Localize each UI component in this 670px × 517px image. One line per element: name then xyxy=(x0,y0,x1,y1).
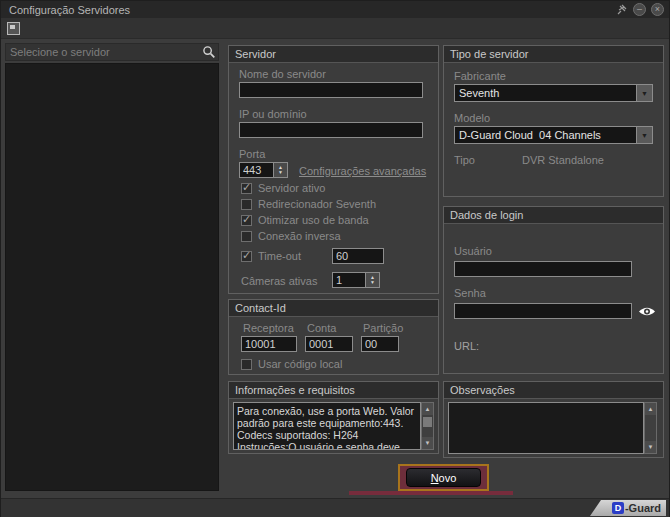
fabricante-value: Seventh xyxy=(455,87,636,99)
checkbox-label: Redirecionador Seventh xyxy=(258,198,376,210)
checkbox-label: Servidor ativo xyxy=(258,182,325,194)
checkbox-label: Otimizar uso de banda xyxy=(258,214,369,226)
receptora-input[interactable] xyxy=(241,336,297,352)
novo-button[interactable]: Novo xyxy=(406,468,481,487)
checkbox-redirecionador-seventh[interactable] xyxy=(241,199,252,210)
modelo-label: Modelo xyxy=(454,112,490,124)
server-list[interactable] xyxy=(5,63,219,491)
advanced-settings-link[interactable]: Configurações avançadas xyxy=(299,165,426,177)
dguard-logo: D -Guard xyxy=(590,500,666,516)
new-document-icon[interactable] xyxy=(7,22,20,35)
scrollbar-thumb[interactable] xyxy=(423,417,432,427)
usuario-input[interactable] xyxy=(454,261,632,277)
checkbox-label: Usar código local xyxy=(258,358,342,370)
panel-dados-login: Dados de login Usuário Senha URL: xyxy=(443,206,664,374)
annotation-smear xyxy=(349,491,513,495)
spin-down-icon[interactable]: ▼ xyxy=(370,280,375,285)
chevron-down-icon[interactable]: ▼ xyxy=(636,85,652,101)
server-ip-label: IP ou domínio xyxy=(239,108,307,120)
checkbox-conexao-inversa[interactable] xyxy=(241,231,252,242)
usuario-label: Usuário xyxy=(454,245,492,257)
checkbox-row-codigo-local[interactable]: Usar código local xyxy=(241,358,342,370)
checkbox-row-conexao-inversa[interactable]: Conexão inversa xyxy=(241,230,341,242)
server-name-label: Nome do servidor xyxy=(239,68,326,80)
chevron-down-icon[interactable]: ▼ xyxy=(636,127,652,143)
checkbox-timeout[interactable] xyxy=(241,251,252,262)
pin-icon[interactable] xyxy=(616,3,628,16)
checkbox-label: Conexão inversa xyxy=(258,230,341,242)
port-input[interactable] xyxy=(239,162,273,178)
eye-icon[interactable] xyxy=(638,305,656,320)
active-cameras-stepper[interactable]: ▲▼ xyxy=(332,272,380,288)
cameras-spin-buttons[interactable]: ▲▼ xyxy=(365,272,380,288)
checkbox-row-timeout[interactable]: Time-out xyxy=(241,250,301,262)
port-stepper[interactable]: ▲▼ xyxy=(239,162,288,178)
panel-contact-id-title: Contact-Id xyxy=(229,300,438,317)
conta-input[interactable] xyxy=(305,336,353,352)
toolbar xyxy=(1,18,669,39)
server-port-label: Porta xyxy=(239,148,265,160)
particao-label: Partição xyxy=(363,322,403,334)
senha-label: Senha xyxy=(454,287,486,299)
server-name-input[interactable] xyxy=(239,82,423,98)
panel-informacoes: Informações e requisitos Para conexão, u… xyxy=(228,381,439,454)
title-bar: Configuração Servidores – × xyxy=(1,1,669,18)
tipo-label: Tipo xyxy=(454,154,475,166)
particao-input[interactable] xyxy=(361,336,399,352)
receptora-label: Receptora xyxy=(243,322,294,334)
fabricante-label: Fabricante xyxy=(454,70,506,82)
checkbox-row-otimizar-banda[interactable]: Otimizar uso de banda xyxy=(241,214,369,226)
scroll-up-icon[interactable]: ▲ xyxy=(422,403,433,415)
scroll-up-icon[interactable]: ▲ xyxy=(645,403,656,415)
observacoes-textarea[interactable] xyxy=(448,402,644,454)
observacoes-scrollbar[interactable]: ▲ ▼ xyxy=(644,402,657,454)
panel-observacoes: Observações ▲ ▼ xyxy=(443,381,664,458)
port-spin-buttons[interactable]: ▲▼ xyxy=(273,162,288,178)
panel-observacoes-title: Observações xyxy=(444,382,663,399)
spin-down-icon[interactable]: ▼ xyxy=(278,170,283,175)
active-cameras-input[interactable] xyxy=(332,272,365,288)
checkbox-usar-codigo-local[interactable] xyxy=(241,359,252,370)
timeout-label: Time-out xyxy=(258,250,301,262)
server-config-dialog: Configuração Servidores – × Servidor Nom… xyxy=(0,0,670,517)
minimize-button[interactable]: – xyxy=(633,3,646,16)
fabricante-select[interactable]: Seventh ▼ xyxy=(454,84,653,102)
scroll-down-icon[interactable]: ▼ xyxy=(422,437,433,449)
panel-informacoes-title: Informações e requisitos xyxy=(229,382,438,399)
checkbox-row-redirecionador[interactable]: Redirecionador Seventh xyxy=(241,198,376,210)
info-textarea[interactable]: Para conexão, use a porta Web. Valor pad… xyxy=(233,402,421,450)
url-label: URL: xyxy=(454,340,479,352)
close-button[interactable]: × xyxy=(651,3,664,16)
checkbox-servidor-ativo[interactable] xyxy=(241,183,252,194)
conta-label: Conta xyxy=(307,322,336,334)
checkbox-otimizar-uso-banda[interactable] xyxy=(241,215,252,226)
panel-tipo-servidor: Tipo de servidor Fabricante Seventh ▼ Mo… xyxy=(443,45,664,197)
dguard-logo-d: D xyxy=(612,502,624,514)
server-search-box[interactable] xyxy=(5,43,219,61)
info-scrollbar[interactable]: ▲ ▼ xyxy=(421,402,434,450)
panel-contact-id: Contact-Id Receptora Conta Partição Usar… xyxy=(228,299,439,375)
dguard-logo-text: -Guard xyxy=(625,502,661,514)
server-ip-input[interactable] xyxy=(239,122,423,138)
panel-servidor: Servidor Nome do servidor IP ou domínio … xyxy=(228,45,439,294)
novo-button-label: Novo xyxy=(431,472,457,484)
timeout-input[interactable] xyxy=(332,248,384,264)
modelo-value: D-Guard Cloud 04 Channels xyxy=(455,129,636,141)
scroll-down-icon[interactable]: ▼ xyxy=(645,441,656,453)
checkbox-row-servidor-ativo[interactable]: Servidor ativo xyxy=(241,182,325,194)
panel-tipo-servidor-title: Tipo de servidor xyxy=(444,46,663,63)
window-title: Configuração Servidores xyxy=(1,4,130,16)
panel-servidor-title: Servidor xyxy=(229,46,438,63)
panel-dados-login-title: Dados de login xyxy=(444,207,663,224)
search-icon xyxy=(202,45,218,59)
server-search-input[interactable] xyxy=(6,46,202,58)
active-cameras-label: Câmeras ativas xyxy=(241,275,317,287)
status-bar xyxy=(1,498,669,517)
senha-input[interactable] xyxy=(454,303,632,319)
modelo-select[interactable]: D-Guard Cloud 04 Channels ▼ xyxy=(454,126,653,144)
tipo-value: DVR Standalone xyxy=(522,154,604,166)
